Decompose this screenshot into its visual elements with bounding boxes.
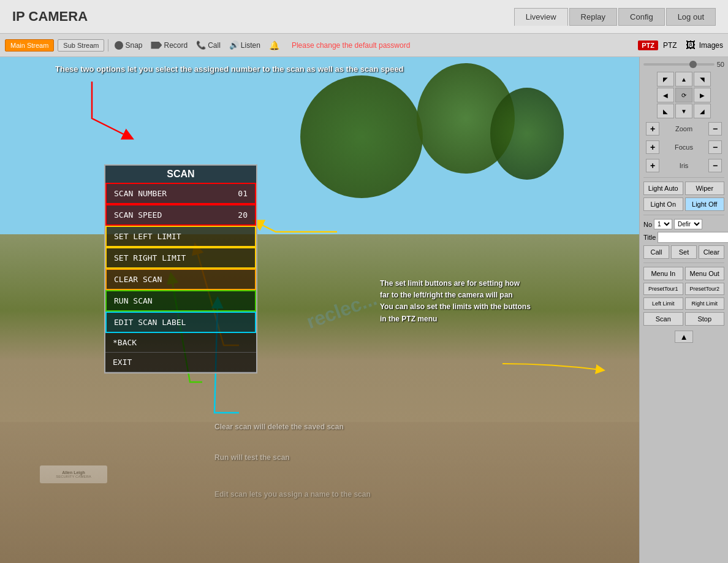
zoom-label: Zoom: [675, 125, 692, 132]
main-stream-button[interactable]: Main Stream: [5, 39, 54, 52]
exit-item[interactable]: EXIT: [105, 353, 256, 372]
ptz-upleft-button[interactable]: ◤: [657, 72, 674, 86]
light-on-button[interactable]: Light On: [643, 197, 683, 211]
scan-speed-item[interactable]: SCAN SPEED 20: [105, 204, 256, 226]
snap-icon: [115, 41, 123, 50]
left-limit-button[interactable]: Left Limit: [643, 297, 683, 310]
ptz-pad-bot: ◣ ▼ ◢: [657, 104, 711, 118]
set-left-limit-label: SET LEFT LIMIT: [114, 232, 181, 241]
replay-button[interactable]: Replay: [569, 8, 617, 26]
speed-slider-row: 50: [643, 61, 724, 68]
bell-icon: 🔔: [269, 40, 279, 50]
images-text: Images: [699, 41, 723, 50]
speed-slider-thumb[interactable]: [689, 61, 697, 68]
call-item[interactable]: 📞 Call: [194, 39, 223, 51]
preset-tour2-button[interactable]: PresetTour2: [685, 283, 725, 295]
iris-row: + Iris −: [643, 158, 724, 174]
scan-number-label: SCAN NUMBER: [114, 189, 167, 198]
focus-out-button[interactable]: −: [708, 140, 722, 154]
limit-row: Left Limit Right Limit: [643, 297, 724, 310]
ptz-center-button[interactable]: ⟳: [675, 88, 692, 102]
title-label: Title: [643, 234, 656, 241]
preset-tour1-button[interactable]: PresetTour1: [643, 283, 683, 295]
wiper-button[interactable]: Wiper: [685, 182, 725, 195]
no-select[interactable]: 123: [654, 219, 672, 229]
scan-number-item[interactable]: SCAN NUMBER 01: [105, 183, 256, 204]
top-annotation: These two options let you select the ass…: [55, 64, 404, 74]
iris-close-button[interactable]: −: [708, 159, 722, 172]
liveview-button[interactable]: Liveview: [514, 8, 568, 26]
clear-button[interactable]: Clear: [699, 245, 724, 259]
ptz-downright-button[interactable]: ◢: [694, 104, 711, 118]
set-left-limit-item[interactable]: SET LEFT LIMIT: [105, 226, 256, 247]
run-scan-label: RUN SCAN: [114, 296, 153, 305]
scan-menu-title: SCAN: [105, 166, 256, 183]
header: IP CAMERA Liveview Replay Config Log out: [0, 0, 728, 34]
ptz-top-section: ◤ ▲ ◥ ◀ ⟳ ▶ ◣ ▼ ◢: [643, 72, 724, 118]
zoom-in-button[interactable]: +: [646, 122, 659, 136]
call-button[interactable]: Call: [643, 245, 669, 259]
tree-left: [300, 75, 423, 198]
back-item[interactable]: *BACK: [105, 333, 256, 353]
run-scan-item[interactable]: RUN SCAN: [105, 290, 256, 312]
right-limit-button[interactable]: Right Limit: [685, 297, 725, 310]
ptz-left-button[interactable]: ◀: [657, 88, 674, 102]
ptz-pad-top: ◤ ▲ ◥: [657, 72, 711, 86]
call-icon: 📞: [196, 40, 206, 50]
focus-label: Focus: [675, 144, 693, 151]
sub-stream-button[interactable]: Sub Stream: [58, 39, 104, 52]
set-right-limit-label: SET RIGHT LIMIT: [114, 253, 186, 262]
camera-view[interactable]: reclec... These two options let you sele…: [0, 57, 639, 563]
menu-out-button[interactable]: Menu Out: [685, 267, 725, 280]
main-area: reclec... These two options let you sele…: [0, 57, 728, 563]
record-item[interactable]: Record: [148, 40, 190, 51]
iris-open-button[interactable]: +: [646, 159, 659, 172]
zoom-row: + Zoom −: [643, 121, 724, 137]
config-button[interactable]: Config: [618, 8, 665, 26]
ptz-upright-button[interactable]: ◥: [694, 72, 711, 86]
ptz-label: PTZ PTZ 🖼 Images: [638, 40, 723, 51]
app-title: IP CAMERA: [12, 9, 88, 25]
right-panel: 50 ◤ ▲ ◥ ◀ ⟳ ▶ ◣ ▼ ◢ + Zoom −: [639, 57, 728, 563]
scan-speed-value: 20: [238, 210, 248, 220]
no-label: No: [643, 221, 652, 228]
scroll-down-button[interactable]: ▲: [675, 331, 693, 343]
speed-slider-track[interactable]: [643, 63, 715, 66]
call-set-clear-row: Call Set Clear: [643, 245, 724, 259]
light-auto-button[interactable]: Light Auto: [643, 182, 683, 195]
ptz-downleft-button[interactable]: ◣: [657, 104, 674, 118]
scan-speed-label: SCAN SPEED: [114, 210, 162, 220]
menu-in-button[interactable]: Menu In: [643, 267, 683, 280]
logout-button[interactable]: Log out: [666, 8, 716, 26]
ptz-up-button[interactable]: ▲: [675, 72, 692, 86]
scan-button[interactable]: Scan: [643, 312, 683, 326]
title-row: Title ▼: [643, 232, 724, 243]
light-off-button[interactable]: Light Off: [685, 197, 725, 211]
set-button[interactable]: Set: [671, 245, 697, 259]
title-input[interactable]: [658, 232, 728, 243]
defir-select[interactable]: Defir: [674, 219, 702, 229]
zoom-out-button[interactable]: −: [708, 122, 722, 136]
stop-button[interactable]: Stop: [685, 312, 725, 326]
set-right-limit-item[interactable]: SET RIGHT LIMIT: [105, 247, 256, 269]
listen-icon-bell: 🔔: [267, 39, 282, 52]
clear-scan-label: CLEAR SCAN: [114, 275, 162, 284]
edit-scan-label-item[interactable]: EDIT SCAN LABEL: [105, 312, 256, 333]
snap-item[interactable]: Snap: [112, 40, 145, 51]
clear-scan-item[interactable]: CLEAR SCAN: [105, 269, 256, 290]
edit-scan-label-text: EDIT SCAN LABEL: [114, 318, 186, 327]
light-on-off-row: Light On Light Off: [643, 197, 724, 211]
focus-in-button[interactable]: +: [646, 140, 659, 154]
ptz-down-button[interactable]: ▼: [675, 104, 692, 118]
toolbar: Main Stream Sub Stream Snap Record 📞 Cal…: [0, 34, 728, 57]
separator: [108, 39, 108, 52]
back-label: *BACK: [113, 338, 137, 347]
listen-item[interactable]: 🔊 Listen: [227, 39, 263, 51]
ptz-badge: PTZ: [638, 40, 658, 50]
scan-menu: SCAN SCAN NUMBER 01 SCAN SPEED 20 SET LE…: [104, 164, 257, 373]
divider-3: [643, 262, 724, 263]
listen-icon: 🔊: [229, 40, 239, 50]
ground: [0, 422, 639, 563]
ptz-pad-mid: ◀ ⟳ ▶: [657, 88, 711, 102]
ptz-right-button[interactable]: ▶: [694, 88, 711, 102]
